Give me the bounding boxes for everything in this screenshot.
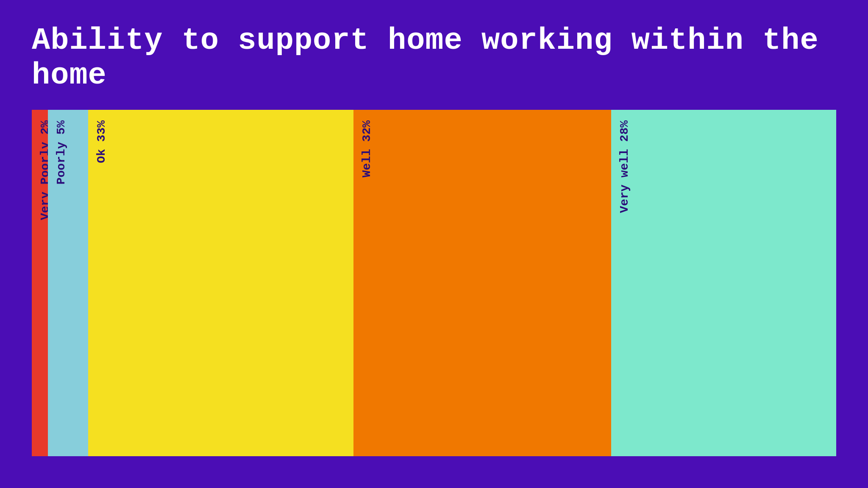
segment-very-well-label: Very well 28% bbox=[615, 114, 634, 219]
segment-very-poorly: Very Poorly 2% bbox=[32, 110, 48, 456]
segment-very-poorly-label: Very Poorly 2% bbox=[35, 114, 48, 226]
segment-poorly: Poorly 5% bbox=[48, 110, 88, 456]
segment-poorly-label: Poorly 5% bbox=[51, 114, 71, 191]
segment-ok-label: Ok 33% bbox=[92, 114, 111, 170]
chart-container: Very Poorly 2% Poorly 5% Ok 33% Well 32%… bbox=[32, 110, 836, 456]
segment-well: Well 32% bbox=[353, 110, 611, 456]
segment-ok: Ok 33% bbox=[88, 110, 353, 456]
segment-well-label: Well 32% bbox=[357, 114, 377, 184]
segment-very-well: Very well 28% bbox=[611, 110, 836, 456]
page-title: Ability to support home working within t… bbox=[32, 23, 836, 93]
title-area: Ability to support home working within t… bbox=[0, 0, 868, 110]
